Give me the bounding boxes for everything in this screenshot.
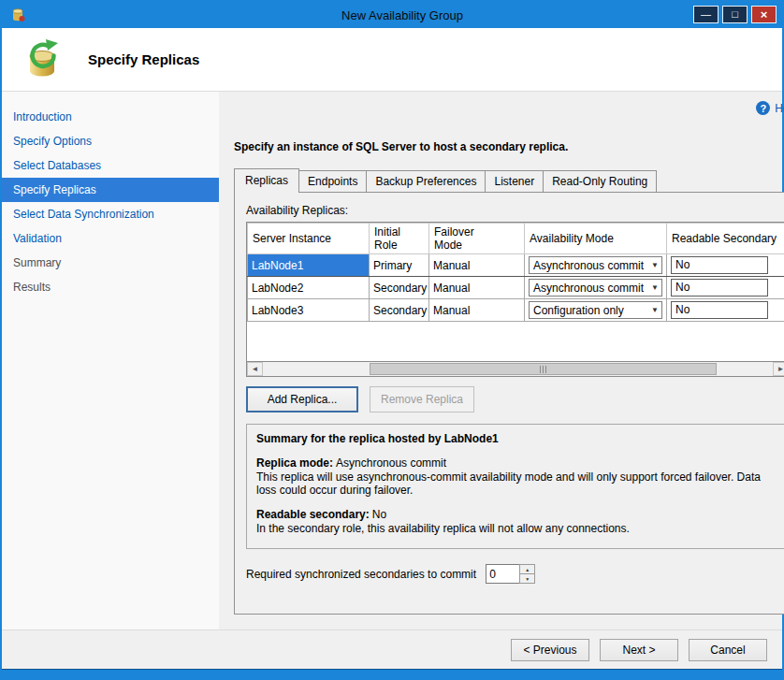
cell-failover-mode: Manual bbox=[429, 254, 525, 277]
nav-introduction[interactable]: Introduction bbox=[2, 105, 219, 129]
help-icon: ? bbox=[756, 101, 770, 115]
readable-secondary-dropdown[interactable]: No bbox=[671, 301, 768, 319]
scroll-right-button[interactable]: ► bbox=[773, 362, 784, 376]
cell-server-instance[interactable]: LabNode3 bbox=[248, 299, 370, 322]
availability-mode-value: Asynchronous commit bbox=[533, 259, 644, 272]
replicas-grid: Server Instance Initial Role Failover Mo… bbox=[246, 222, 784, 377]
readable-secondary-description: In the secondary role, this availability… bbox=[256, 522, 779, 535]
add-replica-button[interactable]: Add Replica... bbox=[246, 386, 358, 412]
required-secondaries-row: Required synchronized secondaries to com… bbox=[246, 564, 784, 584]
scroll-left-button[interactable]: ◄ bbox=[247, 362, 263, 376]
tab-endpoints[interactable]: Endpoints bbox=[298, 170, 367, 192]
spin-down-button[interactable]: ▼ bbox=[519, 574, 535, 584]
scrollbar-thumb[interactable] bbox=[370, 363, 717, 375]
availability-mode-value: Asynchronous commit bbox=[533, 282, 644, 295]
readable-secondary-line: Readable secondary:No bbox=[256, 508, 779, 521]
replica-mode-label: Replica mode: bbox=[256, 456, 333, 470]
tab-read-only-routing[interactable]: Read-Only Routing bbox=[543, 170, 657, 192]
cell-initial-role: Primary bbox=[370, 254, 429, 277]
next-button[interactable]: Next > bbox=[600, 639, 678, 661]
help-label: Help bbox=[775, 102, 784, 115]
app-icon bbox=[9, 7, 26, 23]
required-secondaries-label: Required synchronized secondaries to com… bbox=[246, 568, 476, 581]
replica-summary-box: Summary for the replica hosted by LabNod… bbox=[246, 424, 784, 549]
cell-initial-role: Secondary bbox=[370, 299, 429, 322]
scrollbar-track[interactable] bbox=[263, 362, 773, 376]
readable-secondary-value: No bbox=[372, 508, 386, 521]
spin-up-icon: ▲ bbox=[525, 567, 530, 572]
titlebar[interactable]: New Availability Group — □ × bbox=[2, 2, 782, 28]
minimize-icon: — bbox=[701, 9, 711, 20]
cell-failover-mode: Manual bbox=[429, 299, 525, 322]
col-readable-secondary[interactable]: Readable Secondary bbox=[667, 224, 784, 254]
spin-down-icon: ▼ bbox=[525, 576, 530, 582]
tab-replicas[interactable]: Replicas bbox=[234, 168, 299, 192]
scrollbar-grip bbox=[545, 366, 546, 373]
chevron-down-icon: ▼ bbox=[651, 306, 659, 314]
required-secondaries-input[interactable] bbox=[486, 564, 519, 584]
instruction-text: Specify an instance of SQL Server to hos… bbox=[234, 140, 784, 153]
required-secondaries-spinner[interactable]: ▲ ▼ bbox=[486, 564, 535, 584]
wizard-body: Introduction Specify Options Select Data… bbox=[2, 92, 782, 629]
maximize-button[interactable]: □ bbox=[722, 6, 748, 23]
nav-validation[interactable]: Validation bbox=[2, 226, 219, 251]
chevron-down-icon: ▼ bbox=[651, 261, 659, 269]
nav-select-databases[interactable]: Select Databases bbox=[2, 153, 219, 178]
availability-mode-dropdown[interactable]: Asynchronous commit ▼ bbox=[529, 256, 662, 274]
scroll-left-icon: ◄ bbox=[252, 365, 259, 373]
tab-listener[interactable]: Listener bbox=[485, 170, 544, 192]
col-failover-mode[interactable]: Failover Mode bbox=[429, 224, 525, 254]
summary-title: Summary for the replica hosted by LabNod… bbox=[256, 432, 779, 445]
horizontal-scrollbar[interactable]: ◄ ► bbox=[247, 361, 784, 376]
wizard-steps-nav: Introduction Specify Options Select Data… bbox=[2, 92, 219, 629]
scrollbar-grip bbox=[543, 366, 544, 373]
replica-mode-description: This replica will use asynchronous-commi… bbox=[256, 470, 779, 497]
help-link[interactable]: ? Help bbox=[756, 101, 784, 115]
window-frame-bottom bbox=[2, 669, 782, 678]
table-header-row: Server Instance Initial Role Failover Mo… bbox=[248, 224, 784, 254]
cell-server-instance[interactable]: LabNode1 bbox=[248, 254, 370, 277]
wizard-window: New Availability Group — □ × bbox=[0, 0, 784, 680]
close-button[interactable]: × bbox=[751, 6, 777, 23]
col-availability-mode[interactable]: Availability Mode bbox=[525, 224, 667, 254]
previous-button[interactable]: < Previous bbox=[511, 639, 589, 661]
replicas-table: Server Instance Initial Role Failover Mo… bbox=[247, 223, 784, 322]
close-icon: × bbox=[761, 8, 768, 21]
availability-mode-dropdown[interactable]: Asynchronous commit ▼ bbox=[529, 279, 662, 297]
readable-secondary-label: Readable secondary: bbox=[256, 508, 370, 521]
availability-mode-dropdown[interactable]: Configuration only ▼ bbox=[529, 301, 662, 319]
readable-secondary-dropdown[interactable]: No bbox=[671, 256, 768, 274]
col-initial-role[interactable]: Initial Role bbox=[370, 224, 429, 254]
minimize-button[interactable]: — bbox=[693, 6, 719, 23]
replicas-tab-panel: Availability Replicas: Server Instance I… bbox=[234, 192, 784, 615]
table-row-labnode1[interactable]: LabNode1 Primary Manual Asynchronous com… bbox=[248, 254, 784, 277]
nav-results: Results bbox=[2, 275, 219, 299]
nav-specify-replicas[interactable]: Specify Replicas bbox=[2, 178, 219, 202]
cancel-button[interactable]: Cancel bbox=[689, 639, 767, 661]
wizard-footer: < Previous Next > Cancel bbox=[2, 629, 782, 669]
spinner-arrows: ▲ ▼ bbox=[519, 564, 535, 584]
scroll-right-icon: ► bbox=[777, 365, 784, 373]
tab-strip: Replicas Endpoints Backup Preferences Li… bbox=[234, 168, 784, 192]
availability-group-icon bbox=[21, 38, 64, 81]
replica-mode-value: Asynchronous commit bbox=[336, 456, 446, 470]
cell-failover-mode: Manual bbox=[429, 277, 525, 299]
nav-specify-options[interactable]: Specify Options bbox=[2, 129, 219, 153]
cell-server-instance[interactable]: LabNode2 bbox=[248, 277, 370, 299]
window-controls: — □ × bbox=[693, 6, 777, 23]
cell-initial-role: Secondary bbox=[370, 277, 429, 299]
nav-select-data-synchronization[interactable]: Select Data Synchronization bbox=[2, 202, 219, 226]
availability-replicas-label: Availability Replicas: bbox=[246, 204, 784, 217]
remove-replica-button: Remove Replica bbox=[370, 386, 474, 412]
readable-secondary-dropdown[interactable]: No bbox=[671, 279, 768, 297]
col-server-instance[interactable]: Server Instance bbox=[248, 224, 370, 254]
page-content: ? Help Specify an instance of SQL Server… bbox=[219, 92, 784, 629]
window-title: New Availability Group bbox=[26, 8, 778, 22]
page-title: Specify Replicas bbox=[88, 51, 199, 67]
chevron-down-icon: ▼ bbox=[651, 283, 659, 292]
tab-backup-preferences[interactable]: Backup Preferences bbox=[366, 170, 486, 192]
spin-up-button[interactable]: ▲ bbox=[519, 564, 535, 574]
maximize-icon: □ bbox=[732, 9, 738, 20]
table-row-labnode3[interactable]: LabNode3 Secondary Manual Configuration … bbox=[248, 299, 784, 322]
table-row-labnode2[interactable]: LabNode2 Secondary Manual Asynchronous c… bbox=[248, 277, 784, 299]
